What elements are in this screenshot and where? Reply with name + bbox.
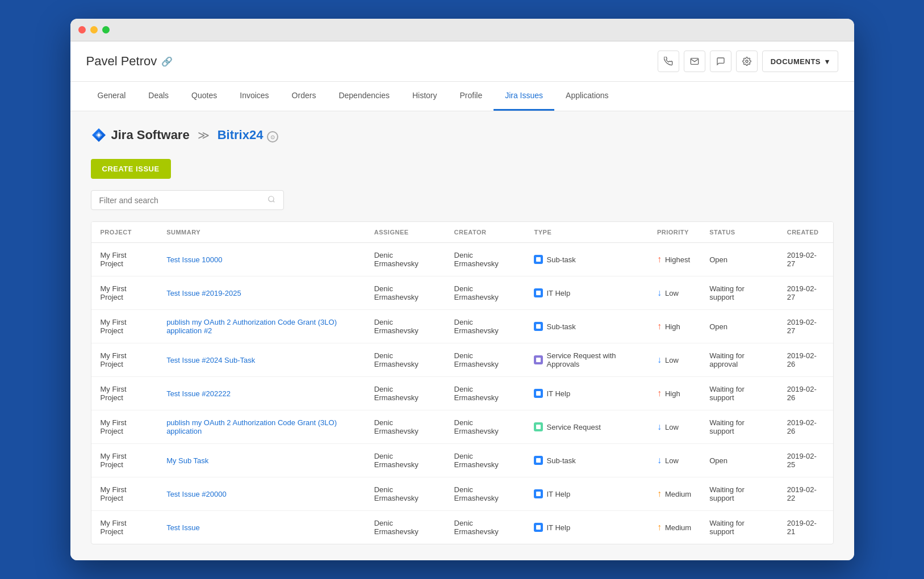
top-bar: Pavel Petrov 🔗 xyxy=(70,41,854,82)
arrows-icon: ≫ xyxy=(198,128,210,142)
type-icon xyxy=(534,489,543,498)
issue-link[interactable]: Test Issue #2024 Sub-Task xyxy=(166,356,255,364)
table-row: My First Project Test Issue #202222 Deni… xyxy=(91,377,833,410)
type-badge: IT Help xyxy=(534,489,570,498)
cell-project: My First Project xyxy=(91,310,158,343)
table-body: My First Project Test Issue 10000 Denic … xyxy=(91,243,833,544)
jira-icon xyxy=(91,127,107,143)
cell-status: Open xyxy=(700,243,778,276)
cell-project: My First Project xyxy=(91,444,158,477)
cell-status: Waiting for support xyxy=(700,377,778,410)
table-row: My First Project Test Issue #2024 Sub-Ta… xyxy=(91,343,833,377)
cell-assignee: Denic Ermashevsky xyxy=(365,444,445,477)
issue-link[interactable]: Test Issue xyxy=(166,523,200,532)
cell-assignee: Denic Ermashevsky xyxy=(365,243,445,276)
table-row: My First Project My Sub Task Denic Ermas… xyxy=(91,444,833,477)
tab-deals[interactable]: Deals xyxy=(137,82,180,111)
main-content: Jira Software ≫ Bitrix24 ⊙ CREATE ISSUE xyxy=(70,111,854,560)
tab-profile[interactable]: Profile xyxy=(448,82,494,111)
table-row: My First Project Test Issue 10000 Denic … xyxy=(91,243,833,276)
type-icon xyxy=(534,523,543,532)
priority-cell: ↓ Low xyxy=(657,288,691,298)
issue-link[interactable]: Test Issue #2019-2025 xyxy=(166,289,241,297)
tab-orders[interactable]: Orders xyxy=(281,82,328,111)
issue-link[interactable]: publish my OAuth 2 Authorization Code Gr… xyxy=(166,418,337,435)
tab-jira-issues[interactable]: Jira Issues xyxy=(494,82,554,111)
cell-creator: Denic Ermashevsky xyxy=(445,377,525,410)
type-icon xyxy=(534,322,543,331)
filter-search-input[interactable] xyxy=(99,196,267,205)
cell-status: Waiting for support xyxy=(700,477,778,511)
email-button[interactable] xyxy=(684,51,705,72)
table-header: PROJECT SUMMARY ASSIGNEE CREATOR TYPE PR… xyxy=(91,222,833,243)
tab-general[interactable]: General xyxy=(86,82,137,111)
cell-priority: ↑ Highest xyxy=(648,243,700,276)
tab-invoices[interactable]: Invoices xyxy=(228,82,280,111)
cell-summary: Test Issue #202222 xyxy=(157,377,365,410)
filter-bar xyxy=(91,190,834,210)
type-icon xyxy=(534,389,543,398)
cell-creator: Denic Ermashevsky xyxy=(445,310,525,343)
cell-type: IT Help xyxy=(525,377,647,410)
type-icon xyxy=(534,255,543,264)
priority-arrow-icon: ↑ xyxy=(657,489,662,499)
cell-created: 2019-02-27 xyxy=(778,276,833,310)
issue-link[interactable]: Test Issue 10000 xyxy=(166,255,222,264)
issue-link[interactable]: Test Issue #20000 xyxy=(166,490,227,498)
col-type: TYPE xyxy=(525,222,647,243)
issue-link[interactable]: My Sub Task xyxy=(166,456,208,465)
priority-cell: ↑ Medium xyxy=(657,489,691,499)
user-name-text: Pavel Petrov xyxy=(86,54,157,69)
create-issue-button[interactable]: CREATE ISSUE xyxy=(91,159,171,179)
cell-assignee: Denic Ermashevsky xyxy=(365,377,445,410)
svg-line-5 xyxy=(273,201,274,203)
cell-creator: Denic Ermashevsky xyxy=(445,410,525,444)
tab-history[interactable]: History xyxy=(401,82,449,111)
link-icon: 🔗 xyxy=(161,56,173,67)
minimize-button[interactable] xyxy=(90,26,98,33)
cell-priority: ↑ High xyxy=(648,377,700,410)
tab-applications[interactable]: Applications xyxy=(554,82,620,111)
table-row: My First Project Test Issue #2019-2025 D… xyxy=(91,276,833,310)
svg-rect-14 xyxy=(536,525,541,530)
close-button[interactable] xyxy=(78,26,86,33)
cell-priority: ↑ High xyxy=(648,310,700,343)
svg-rect-13 xyxy=(536,492,541,496)
cell-summary: Test Issue #2019-2025 xyxy=(157,276,365,310)
table-row: My First Project publish my OAuth 2 Auth… xyxy=(91,410,833,444)
tab-quotes[interactable]: Quotes xyxy=(180,82,228,111)
cell-summary: My Sub Task xyxy=(157,444,365,477)
priority-cell: ↓ Low xyxy=(657,455,691,465)
cell-status: Waiting for approval xyxy=(700,343,778,377)
svg-rect-10 xyxy=(536,391,541,396)
priority-cell: ↑ High xyxy=(657,321,691,332)
settings-button[interactable] xyxy=(736,51,758,72)
priority-arrow-icon: ↑ xyxy=(657,254,662,265)
issues-table: PROJECT SUMMARY ASSIGNEE CREATOR TYPE PR… xyxy=(91,222,833,544)
filter-input-wrapper xyxy=(91,190,284,210)
chat-button[interactable] xyxy=(710,51,731,72)
cell-creator: Denic Ermashevsky xyxy=(445,511,525,544)
cell-assignee: Denic Ermashevsky xyxy=(365,343,445,377)
cell-status: Open xyxy=(700,310,778,343)
maximize-button[interactable] xyxy=(102,26,110,33)
tab-dependencies[interactable]: Dependencies xyxy=(327,82,401,111)
type-badge: IT Help xyxy=(534,523,570,532)
issue-link[interactable]: Test Issue #202222 xyxy=(166,389,231,398)
svg-rect-11 xyxy=(536,425,541,429)
cell-type: Sub-task xyxy=(525,310,647,343)
cell-project: My First Project xyxy=(91,343,158,377)
issue-link[interactable]: publish my OAuth 2 Authorization Code Gr… xyxy=(166,318,337,335)
type-badge: Service Request xyxy=(534,422,600,431)
documents-button[interactable]: DOCUMENTS ▾ xyxy=(762,51,838,72)
cell-status: Waiting for support xyxy=(700,276,778,310)
cell-priority: ↓ Low xyxy=(648,343,700,377)
cell-summary: Test Issue #2024 Sub-Task xyxy=(157,343,365,377)
priority-arrow-icon: ↑ xyxy=(657,522,662,532)
cell-summary: publish my OAuth 2 Authorization Code Gr… xyxy=(157,410,365,444)
bitrix-label: Bitrix24 xyxy=(218,128,264,142)
phone-button[interactable] xyxy=(658,51,679,72)
cell-creator: Denic Ermashevsky xyxy=(445,276,525,310)
nav-tabs: General Deals Quotes Invoices Orders Dep… xyxy=(70,82,854,111)
bitrix-settings-icon: ⊙ xyxy=(267,131,278,142)
